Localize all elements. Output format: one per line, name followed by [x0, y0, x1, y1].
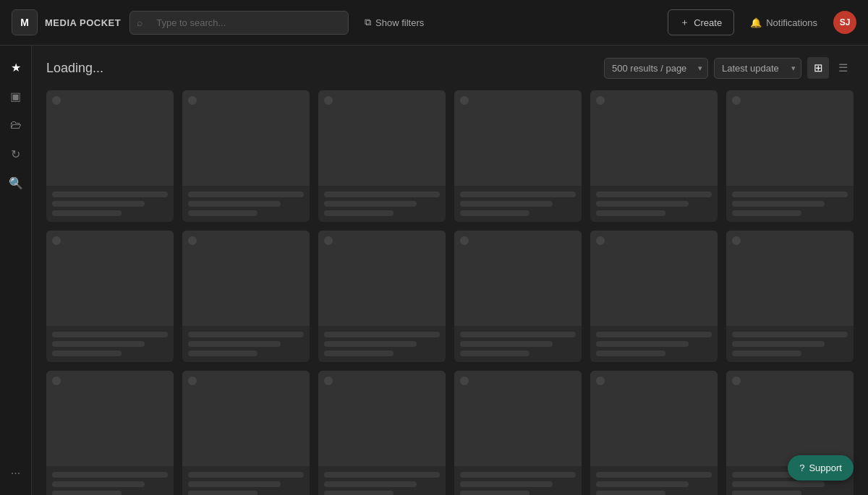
card-thumbnail	[590, 231, 718, 326]
media-card[interactable]	[182, 90, 310, 222]
sidebar-item-folders[interactable]: 🗁	[3, 112, 29, 138]
card-line	[52, 481, 145, 487]
card-thumbnail	[182, 231, 310, 326]
card-meta	[318, 466, 446, 495]
media-card[interactable]	[318, 90, 446, 222]
media-card[interactable]	[726, 231, 854, 362]
list-icon: ☰	[838, 61, 848, 74]
sidebar-item-media[interactable]: ▣	[3, 83, 29, 109]
card-line	[596, 332, 712, 337]
results-per-page-select[interactable]: 100 results / page 250 results / page 50…	[604, 58, 708, 79]
card-thumbnail	[46, 90, 174, 186]
card-dot	[596, 376, 605, 385]
card-dot	[596, 96, 605, 105]
card-line	[188, 332, 304, 337]
card-meta	[182, 326, 310, 362]
card-line	[324, 481, 417, 487]
card-thumbnail	[726, 231, 854, 326]
card-dot	[52, 96, 61, 105]
media-card[interactable]	[46, 231, 174, 362]
media-card[interactable]	[590, 231, 718, 362]
star-icon: ★	[11, 61, 21, 74]
card-thumbnail	[46, 231, 174, 326]
filter-label: Show filters	[375, 17, 424, 28]
card-meta	[454, 466, 582, 495]
logo-area: M MEDIA POCKET	[12, 9, 121, 35]
support-icon: ?	[799, 462, 804, 473]
media-card[interactable]	[182, 371, 310, 495]
card-thumbnail	[318, 90, 446, 186]
show-filters-button[interactable]: ⧉ Show filters	[357, 12, 431, 33]
support-button[interactable]: ? Support	[788, 455, 854, 481]
card-meta	[726, 326, 854, 362]
card-line	[732, 481, 825, 487]
grid-icon: ⊞	[814, 61, 823, 74]
card-line	[460, 210, 529, 216]
card-dot	[188, 96, 197, 105]
media-card[interactable]	[454, 231, 582, 362]
media-card[interactable]	[318, 371, 446, 495]
media-card[interactable]	[454, 371, 582, 495]
card-line	[732, 341, 825, 347]
card-meta	[590, 466, 718, 495]
sort-select[interactable]: Latest update Oldest update Name A-Z Nam…	[714, 58, 801, 79]
sidebar-item-more[interactable]: ···	[3, 460, 29, 486]
app-title: MEDIA POCKET	[45, 17, 121, 28]
notifications-label: Notifications	[766, 17, 817, 28]
sidebar-item-search[interactable]: 🔍	[3, 170, 29, 196]
card-line	[596, 191, 712, 197]
media-card[interactable]	[590, 90, 718, 222]
topbar: M MEDIA POCKET ⌕ ⧉ Show filters ＋ Create…	[0, 0, 868, 46]
media-card[interactable]	[726, 90, 854, 222]
search-bar: ⌕	[129, 11, 349, 35]
card-line	[460, 341, 553, 347]
card-dot	[460, 376, 469, 385]
support-label: Support	[809, 462, 842, 473]
create-button[interactable]: ＋ Create	[668, 9, 734, 35]
card-line	[188, 350, 258, 356]
card-thumbnail	[454, 90, 582, 186]
filter-icon: ⧉	[365, 17, 371, 28]
card-thumbnail	[454, 371, 582, 466]
card-line	[52, 191, 168, 197]
sidebar-item-recent[interactable]: ↻	[3, 141, 29, 167]
card-thumbnail	[590, 371, 718, 466]
card-line	[188, 481, 281, 487]
card-meta	[182, 466, 310, 495]
main-layout: ★ ▣ 🗁 ↻ 🔍 ··· Loading... 100 results / p…	[0, 46, 868, 495]
grid-view-button[interactable]: ⊞	[807, 57, 829, 79]
card-line	[52, 472, 168, 478]
avatar[interactable]: SJ	[833, 11, 856, 34]
media-card[interactable]	[182, 231, 310, 362]
card-line	[460, 332, 576, 337]
card-dot	[324, 236, 333, 245]
card-line	[460, 491, 529, 495]
search-input[interactable]	[129, 11, 349, 35]
search-icon: ⌕	[137, 17, 142, 28]
loading-title: Loading...	[46, 61, 103, 76]
card-dot	[460, 236, 469, 245]
card-line	[460, 201, 553, 207]
card-dot	[596, 236, 605, 245]
header-controls: 100 results / page 250 results / page 50…	[604, 57, 854, 79]
card-line	[732, 191, 848, 197]
card-line	[188, 341, 281, 347]
card-thumbnail	[590, 90, 718, 186]
media-card[interactable]	[46, 90, 174, 222]
card-line	[732, 210, 801, 216]
media-card[interactable]	[318, 231, 446, 362]
content-area: Loading... 100 results / page 250 result…	[32, 46, 868, 495]
create-label: Create	[694, 17, 722, 28]
media-card[interactable]	[454, 90, 582, 222]
card-thumbnail	[726, 371, 854, 466]
card-line	[52, 210, 122, 216]
notifications-button[interactable]: 🔔 Notifications	[743, 13, 825, 33]
card-thumbnail	[182, 371, 310, 466]
media-card[interactable]	[46, 371, 174, 495]
more-icon: ···	[11, 467, 20, 480]
list-view-button[interactable]: ☰	[832, 57, 854, 79]
card-line	[188, 472, 304, 478]
card-dot	[732, 376, 741, 385]
sidebar-item-favorites[interactable]: ★	[3, 54, 29, 80]
media-card[interactable]	[590, 371, 718, 495]
